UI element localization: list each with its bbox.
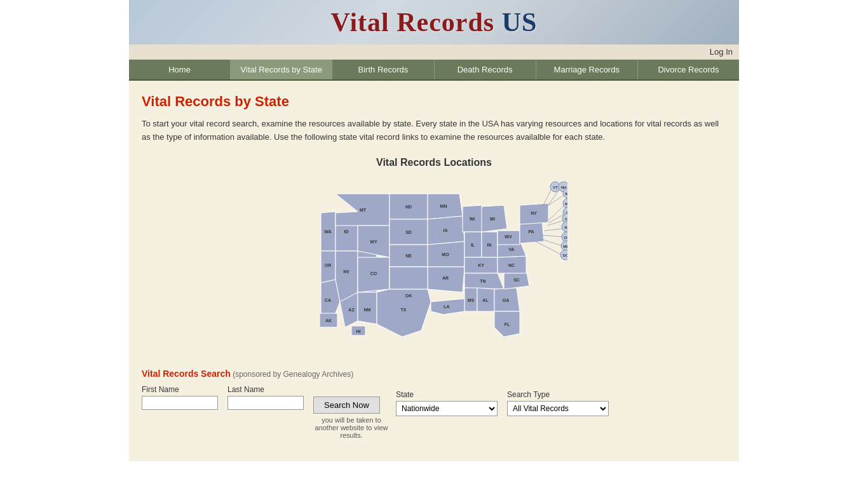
state-ok xyxy=(390,267,428,289)
nav-death-records[interactable]: Death Records xyxy=(435,60,536,79)
state-select[interactable]: NationwideAlabamaAlaskaArizonaArkansasCa… xyxy=(396,401,498,416)
search-form: First Name Last Name Search Now you will… xyxy=(142,385,726,439)
last-name-input[interactable] xyxy=(227,396,304,410)
svg-line-67 xyxy=(536,241,562,255)
state-group: State NationwideAlabamaAlaskaArizonaArka… xyxy=(396,390,498,416)
last-name-group: Last Name xyxy=(227,385,304,410)
search-note: you will be taken to another website to … xyxy=(313,416,390,439)
svg-text:MN: MN xyxy=(440,204,447,208)
svg-text:WV: WV xyxy=(505,234,512,239)
svg-text:SC: SC xyxy=(513,278,520,282)
site-title-us: US xyxy=(494,8,537,37)
svg-text:OK: OK xyxy=(405,294,412,298)
login-bar: Log In xyxy=(129,44,739,60)
search-sponsor: (sponsored by Genealogy Archives) xyxy=(231,370,353,379)
svg-text:ME: ME xyxy=(566,192,568,196)
site-title-text: Vital Records xyxy=(331,8,495,37)
svg-text:TX: TX xyxy=(401,308,407,312)
svg-text:WI: WI xyxy=(470,217,475,221)
svg-text:DC: DC xyxy=(563,254,567,257)
search-header: Vital Records Search (sponsored by Genea… xyxy=(142,369,726,379)
nav-home[interactable]: Home xyxy=(129,60,231,79)
svg-line-55 xyxy=(547,220,564,226)
main-content: Vital Records by State To start your vit… xyxy=(129,81,739,461)
nav-vital-records-by-state[interactable]: Vital Records by State xyxy=(231,60,332,79)
svg-text:IL: IL xyxy=(471,243,475,247)
svg-text:MT: MT xyxy=(360,208,367,212)
search-type-label: Search Type xyxy=(507,390,609,399)
svg-text:MD: MD xyxy=(563,245,567,248)
usa-map: .state { fill: #a0a8c8; stroke: #fff; st… xyxy=(301,175,567,340)
search-type-select[interactable]: All Vital RecordsBirth RecordsDeath Reco… xyxy=(507,401,609,416)
svg-text:ID: ID xyxy=(344,229,349,234)
svg-text:ND: ND xyxy=(405,205,412,209)
svg-line-49 xyxy=(548,205,564,220)
svg-text:VA: VA xyxy=(508,247,514,252)
svg-text:PA: PA xyxy=(528,229,534,234)
svg-text:NJ: NJ xyxy=(564,226,567,229)
us-map-svg: .state { fill: #a0a8c8; stroke: #fff; st… xyxy=(301,175,567,340)
svg-text:WA: WA xyxy=(324,229,331,234)
svg-text:AL: AL xyxy=(482,298,489,302)
first-name-label: First Name xyxy=(142,385,218,394)
page-title: Vital Records by State xyxy=(142,93,726,110)
search-button-group: Search Now you will be taken to another … xyxy=(313,396,390,439)
svg-line-61 xyxy=(542,235,563,237)
search-type-group: Search Type All Vital RecordsBirth Recor… xyxy=(507,390,609,416)
state-tx xyxy=(377,289,431,337)
svg-text:NY: NY xyxy=(531,211,537,215)
svg-text:AR: AR xyxy=(442,276,449,280)
svg-text:TN: TN xyxy=(480,279,485,283)
first-name-group: First Name xyxy=(142,385,218,410)
svg-text:NC: NC xyxy=(508,263,515,268)
svg-text:WY: WY xyxy=(370,240,377,244)
svg-text:FL: FL xyxy=(505,322,510,327)
login-link[interactable]: Log In xyxy=(710,47,733,57)
first-name-input[interactable] xyxy=(142,396,218,410)
svg-text:CA: CA xyxy=(325,298,331,302)
svg-text:AK: AK xyxy=(325,318,332,323)
svg-text:NE: NE xyxy=(405,254,412,258)
svg-text:CO: CO xyxy=(370,271,377,276)
svg-text:IA: IA xyxy=(444,228,448,233)
svg-text:MO: MO xyxy=(442,252,449,257)
state-label: State xyxy=(396,390,498,399)
svg-text:KY: KY xyxy=(478,263,484,268)
nav-birth-records[interactable]: Birth Records xyxy=(332,60,434,79)
nav-divorce-records[interactable]: Divorce Records xyxy=(638,60,739,79)
svg-line-46 xyxy=(548,195,564,205)
svg-text:MI: MI xyxy=(490,217,495,221)
svg-text:GA: GA xyxy=(503,298,510,302)
svg-line-58 xyxy=(544,229,563,231)
svg-text:CT: CT xyxy=(565,217,567,221)
svg-text:AZ: AZ xyxy=(348,308,355,312)
search-now-button[interactable]: Search Now xyxy=(313,396,380,414)
main-nav: Home Vital Records by State Birth Record… xyxy=(129,60,739,81)
map-section: Vital Records Locations .state { fill: #… xyxy=(142,157,726,340)
search-title: Vital Records Search xyxy=(142,369,231,379)
svg-text:OR: OR xyxy=(325,263,332,268)
map-title: Vital Records Locations xyxy=(142,157,726,168)
svg-text:NV: NV xyxy=(343,269,349,274)
site-title: Vital Records US xyxy=(331,7,538,37)
svg-text:MA: MA xyxy=(565,202,567,206)
search-section: Vital Records Search (sponsored by Genea… xyxy=(142,359,726,449)
site-header: Vital Records US xyxy=(129,0,739,44)
svg-text:NM: NM xyxy=(364,308,371,312)
svg-text:HI: HI xyxy=(356,329,361,334)
svg-text:IN: IN xyxy=(487,243,492,247)
svg-text:MS: MS xyxy=(468,298,475,302)
intro-text: To start your vital record search, exami… xyxy=(142,118,726,144)
svg-text:VT: VT xyxy=(553,186,558,189)
svg-text:LA: LA xyxy=(444,304,449,309)
svg-text:DE: DE xyxy=(564,236,567,240)
svg-line-40 xyxy=(543,189,552,205)
svg-line-52 xyxy=(548,214,564,223)
nav-marriage-records[interactable]: Marriage Records xyxy=(536,60,638,79)
svg-text:SD: SD xyxy=(405,230,412,234)
last-name-label: Last Name xyxy=(227,385,304,394)
